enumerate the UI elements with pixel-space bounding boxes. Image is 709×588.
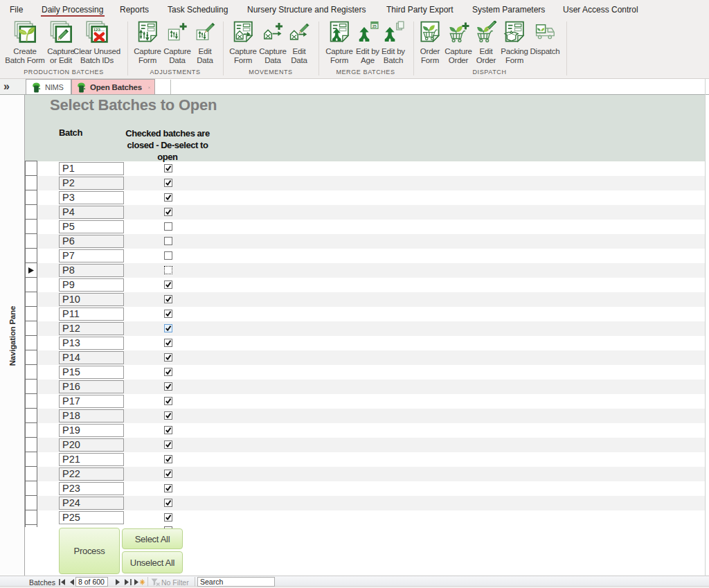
svg-text:123…: 123… [93, 27, 105, 32]
svg-text:25: 25 [373, 24, 377, 28]
